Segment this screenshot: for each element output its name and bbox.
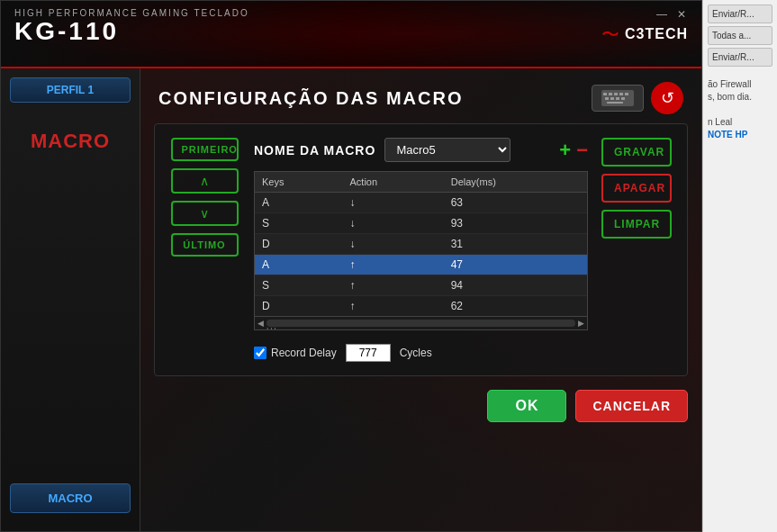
macro-table-container: Keys Action Delay(ms) A ↓ 63 S ↓ 93 D ↓ [254,171,588,330]
brand-name: C3TECH [625,26,688,42]
minimize-button[interactable]: — [655,8,668,21]
svg-rect-4 [619,93,623,95]
title-actions: ↺ [592,82,683,114]
svg-rect-7 [610,97,614,100]
record-delay-checkbox-row: Record Delay [254,347,337,359]
cell-delay: 93 [444,213,587,234]
svg-rect-1 [603,93,607,95]
cell-delay: 47 [444,255,587,275]
cell-delay: 31 [444,234,587,255]
header-title: KG-110 [14,18,688,46]
cell-delay: 94 [444,275,587,296]
cell-key: D [255,296,342,317]
macro-controls: PRIMEIRO ∧ ∨ ÚLTIMO [168,138,240,362]
hscroll-right-arrow[interactable]: ▶ [578,319,584,328]
svg-rect-6 [605,97,609,100]
cell-key: D [255,234,342,255]
cell-action: ↓ [342,213,443,234]
svg-rect-2 [609,93,612,95]
add-macro-button[interactable]: + [559,140,571,160]
table-row[interactable]: D ↑ 62 [255,296,587,317]
macro-name-row: NOME DA MACRO Macro5 Macro1 Macro2 Macro… [254,138,588,162]
page-title: CONFIGURAÇÃO DAS MACRO [158,88,463,109]
ext-line-2: s, bom dia. [708,91,772,104]
sidebar: PERFIL 1 MACRO MACRO [1,68,140,531]
table-row[interactable]: D ↓ 31 [255,234,587,255]
table-row[interactable]: S ↓ 93 [255,213,587,234]
cell-action: ↑ [342,275,443,296]
macro-name-select[interactable]: Macro5 Macro1 Macro2 Macro3 Macro4 [384,138,510,162]
close-button[interactable]: ✕ [675,8,688,21]
delay-value-input[interactable] [346,344,391,362]
hscroll-content: !!! [267,326,278,330]
cell-action: ↑ [342,296,443,317]
sidebar-bottom-macro[interactable]: MACRO [10,483,131,513]
first-button[interactable]: PRIMEIRO [171,138,239,161]
sidebar-macro-label: MACRO [10,130,131,153]
macro-bottom-row: Record Delay Cycles [254,344,588,362]
main-content: CONFIGURAÇÃO DAS MACRO [140,68,701,531]
apagar-button[interactable]: APAGAR [601,174,672,203]
macro-table: Keys Action Delay(ms) A ↓ 63 S ↓ 93 D ↓ [255,172,587,316]
panel-footer: OK CANCELAR [140,381,701,431]
hscroll-left-arrow[interactable]: ◀ [257,319,264,328]
col-keys: Keys [255,172,342,193]
ext-button-1[interactable]: Enviar/R... [708,5,772,23]
svg-rect-9 [621,97,625,100]
svg-rect-8 [616,97,619,100]
profile-tab[interactable]: PERFIL 1 [10,77,131,103]
keyboard-icon-button[interactable] [592,85,644,112]
cell-action: ↑ [342,255,443,275]
cell-key: A [255,255,342,275]
ext-button-2[interactable]: Todas a... [708,26,772,45]
macro-table-scroll[interactable]: Keys Action Delay(ms) A ↓ 63 S ↓ 93 D ↓ [255,172,587,316]
ext-line-1: ão Firewall [708,78,772,91]
col-action: Action [342,172,443,193]
last-button[interactable]: ÚLTIMO [171,233,239,257]
horizontal-scrollbar[interactable]: ◀ !!! ▶ [255,316,587,329]
add-remove-buttons: + − [559,140,588,160]
keyboard-icon [601,90,634,106]
cycles-label: Cycles [400,347,432,359]
table-row[interactable]: A ↑ 47 [255,255,587,275]
hscroll-track[interactable]: !!! [267,320,575,327]
header: — ✕ HIGH PERFORMANCE GAMING TECLADO KG-1… [1,1,701,68]
cell-key: S [255,275,342,296]
move-down-button[interactable]: ∨ [171,201,239,226]
record-delay-checkbox[interactable] [254,347,267,359]
back-arrow-icon: ↺ [661,88,674,108]
record-delay-label[interactable]: Record Delay [271,347,337,359]
gravar-button[interactable]: GRAVAR [601,138,672,167]
table-row[interactable]: A ↓ 63 [255,193,587,213]
move-up-button[interactable]: ∧ [171,168,239,194]
page-title-bar: CONFIGURAÇÃO DAS MACRO [140,68,701,123]
window-controls: — ✕ [655,8,688,21]
external-panel: Enviar/R... Todas a... Enviar/R... ão Fi… [702,0,777,532]
macro-name-label: NOME DA MACRO [254,143,375,158]
ok-button[interactable]: OK [487,390,566,422]
cell-delay: 62 [444,296,587,317]
header-logo: 〜 C3TECH [601,22,688,46]
cell-action: ↓ [342,193,443,213]
ext-line-4: n Leal [708,116,772,129]
macro-center: NOME DA MACRO Macro5 Macro1 Macro2 Macro… [254,138,588,362]
logo-icon: 〜 [601,22,619,46]
table-row[interactable]: S ↑ 94 [255,275,587,296]
back-button[interactable]: ↺ [651,82,683,114]
svg-rect-3 [614,93,618,95]
cell-action: ↓ [342,234,443,255]
cancel-button[interactable]: CANCELAR [575,390,688,422]
macro-panel: PRIMEIRO ∧ ∨ ÚLTIMO NOME DA MACRO Macro5… [154,123,688,376]
limpar-button[interactable]: LIMPAR [601,210,672,239]
cell-key: S [255,213,342,234]
cell-delay: 63 [444,193,587,213]
header-text: HIGH PERFORMANCE GAMING TECLADO KG-110 [1,1,701,53]
remove-macro-button[interactable]: − [576,140,588,160]
ext-button-3[interactable]: Enviar/R... [708,48,772,67]
app-window: — ✕ HIGH PERFORMANCE GAMING TECLADO KG-1… [0,0,702,532]
col-delay: Delay(ms) [444,172,587,193]
svg-rect-10 [607,102,623,104]
macro-actions: GRAVAR APAGAR LIMPAR [601,138,673,362]
cell-key: A [255,193,342,213]
ext-line-5: NOTE HP [708,129,772,141]
